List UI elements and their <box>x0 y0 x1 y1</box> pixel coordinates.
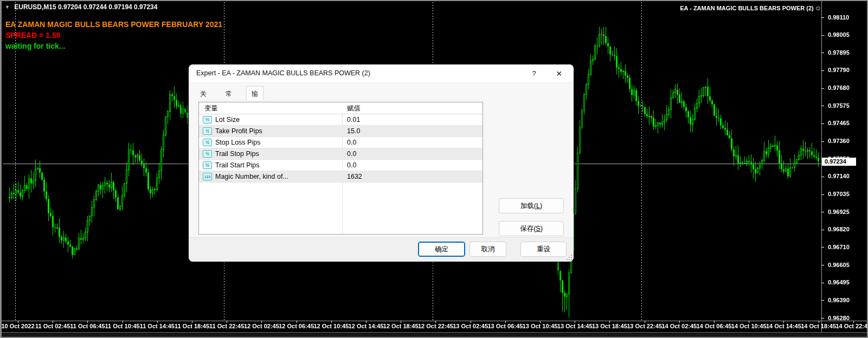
x-axis-tick <box>227 321 227 323</box>
param-name: Trail Stop Pips <box>215 150 259 158</box>
current-price-marker: 0.97234 <box>822 158 856 166</box>
y-axis-label: 0.96280 <box>828 315 850 321</box>
ea-running-smiley-icon[interactable]: ☺ <box>815 4 821 12</box>
param-name: Magic Number, kind of... <box>215 173 288 180</box>
x-axis-tick <box>297 321 297 323</box>
y-axis-tick <box>821 106 824 106</box>
x-axis-label: 13 Oct 14:45 <box>557 323 593 329</box>
x-axis-label: 11 Oct 14:45 <box>140 323 175 329</box>
tab-common[interactable]: 常用 <box>221 87 237 100</box>
param-value[interactable]: 0.0 <box>347 139 356 146</box>
x-axis-label: 13 Oct 02:45 <box>453 323 488 329</box>
param-value[interactable]: 15.0 <box>347 127 360 135</box>
y-axis-tick <box>821 300 824 301</box>
x-axis-label: 12 Oct 10:45 <box>313 323 349 329</box>
x-axis-tick <box>261 321 262 323</box>
reset-button[interactable]: 重设 <box>520 242 567 257</box>
ok-button[interactable]: 确定 <box>418 242 465 257</box>
x-axis-tick <box>749 321 749 323</box>
dialog-footer: 确定 取消 重设 <box>189 237 574 262</box>
x-axis-tick <box>540 321 541 323</box>
x-axis-label: 14 Oct 02:45 <box>661 323 697 329</box>
x-axis-tick <box>575 321 575 323</box>
x-axis-label: 11 Oct 06:45 <box>70 323 105 329</box>
ea-title-text: EA - ZAMAN MAGIC BULLS BEARS POWER (2) <box>680 5 813 11</box>
save-button[interactable]: 保存(S) <box>499 221 564 236</box>
symbol-dropdown-icon[interactable]: ▼ <box>5 4 10 10</box>
x-axis-tick <box>714 321 715 323</box>
x-axis-label: 14 Oct 22:45 <box>835 323 868 329</box>
x-axis-tick <box>471 321 471 323</box>
time-axis-line <box>2 321 868 321</box>
x-axis-label: 14 Oct 18:45 <box>801 323 836 329</box>
param-value[interactable]: 1632 <box>347 173 362 180</box>
y-axis-tick <box>821 212 824 212</box>
param-row[interactable]: ½Take Profit Pips15.0 <box>199 126 483 137</box>
parameters-table: 变量 赋值 ½Lot Size0.01½Take Profit Pips15.0… <box>198 102 483 235</box>
ea-title-bar: EA - ZAMAN MAGIC BULLS BEARS POWER (2)☺ <box>680 4 821 12</box>
param-name: Trail Start Pips <box>215 161 260 169</box>
x-axis-label: 11 Oct 10:45 <box>105 323 139 329</box>
param-double-icon: ½ <box>203 150 212 158</box>
y-axis-tick <box>821 53 824 53</box>
y-axis-label: 0.97790 <box>828 67 850 73</box>
x-axis-label: 13 Oct 22:45 <box>627 323 662 329</box>
x-axis-label: 14 Oct 06:45 <box>697 323 732 329</box>
x-axis-label: 12 Oct 18:45 <box>383 323 419 329</box>
y-axis-tick <box>821 265 824 265</box>
param-value[interactable]: 0.01 <box>347 116 360 123</box>
x-axis-label: 11 Oct 02:45 <box>35 323 70 329</box>
x-axis-label: 11 Oct 22:45 <box>209 323 244 329</box>
y-axis-tick <box>821 88 824 89</box>
x-axis-tick <box>645 321 645 323</box>
tab-inputs[interactable]: 输入参数 <box>246 86 263 100</box>
y-axis-label: 0.97360 <box>828 138 850 144</box>
x-axis-tick <box>609 321 610 323</box>
ohlc-text: EURUSD,M15 0.97204 0.97244 0.97194 0.972… <box>14 3 157 11</box>
x-axis-label: 13 Oct 18:45 <box>592 323 627 329</box>
x-axis-tick <box>366 321 367 323</box>
param-name: Stop Loss Pips <box>215 139 260 146</box>
param-row[interactable]: ½Stop Loss Pips0.0 <box>199 137 483 148</box>
x-axis-label: 12 Oct 14:45 <box>349 323 384 329</box>
resize-grip[interactable] <box>567 255 572 260</box>
y-axis-label: 0.96390 <box>828 297 850 303</box>
x-axis-label: 14 Oct 10:45 <box>731 323 767 329</box>
param-name: Take Profit Pips <box>215 127 262 135</box>
x-axis-label: 10 Oct 2022 <box>1 323 34 329</box>
x-axis-label: 13 Oct 06:45 <box>487 323 523 329</box>
tab-about[interactable]: 关于 <box>195 87 211 100</box>
cancel-button[interactable]: 取消 <box>470 242 506 257</box>
y-axis-tick <box>821 123 824 124</box>
x-axis-tick <box>157 321 158 323</box>
y-axis-tick <box>821 283 824 283</box>
y-axis-label: 0.98110 <box>828 14 849 21</box>
x-axis-tick <box>505 321 506 323</box>
x-axis-tick <box>401 321 401 323</box>
close-icon[interactable]: ✕ <box>552 67 566 80</box>
window-bottom-frame <box>2 332 867 338</box>
y-axis-label: 0.97465 <box>828 120 850 126</box>
param-row[interactable]: ½Trail Stop Pips0.0 <box>199 148 483 160</box>
y-axis-label: 0.97035 <box>828 191 850 197</box>
y-axis-tick <box>821 177 824 177</box>
y-axis-tick <box>821 230 824 230</box>
x-axis-label: 12 Oct 02:45 <box>244 323 279 329</box>
param-row[interactable]: ½Lot Size0.01 <box>199 114 483 126</box>
param-value[interactable]: 0.0 <box>347 150 356 158</box>
x-axis-tick <box>53 321 53 323</box>
param-row[interactable]: ½Trail Start Pips0.0 <box>199 160 483 171</box>
y-axis-label: 0.96605 <box>828 262 850 268</box>
y-axis-tick <box>821 194 824 195</box>
y-axis-label: 0.97895 <box>828 49 850 56</box>
help-button[interactable]: ? <box>527 67 541 80</box>
dialog-titlebar[interactable]: Expert - EA - ZAMAN MAGIC BULLS BEARS PO… <box>189 64 574 83</box>
param-row[interactable]: 123Magic Number, kind of...1632 <box>199 171 483 183</box>
param-value[interactable]: 0.0 <box>347 161 356 169</box>
column-header-variable: 变量 <box>204 104 218 113</box>
param-double-icon: ½ <box>203 127 212 135</box>
y-axis-tick <box>821 318 824 318</box>
x-axis-label: 14 Oct 14:45 <box>766 323 801 329</box>
y-axis-label: 0.96820 <box>828 226 850 232</box>
load-button[interactable]: 加载(L) <box>499 198 564 213</box>
